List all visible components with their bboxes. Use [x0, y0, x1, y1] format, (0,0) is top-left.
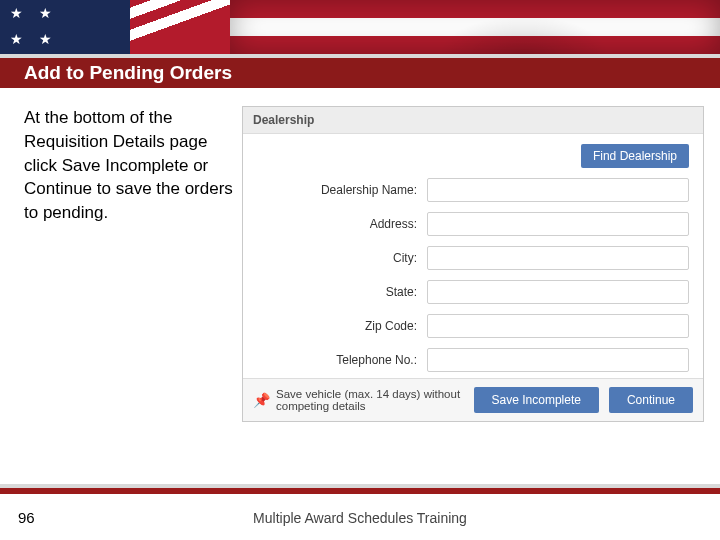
- dealership-panel: Dealership Find Dealership Dealership Na…: [242, 106, 704, 422]
- input-address[interactable]: [427, 212, 689, 236]
- label-address: Address:: [257, 217, 417, 231]
- input-zip[interactable]: [427, 314, 689, 338]
- row-state: State:: [243, 276, 703, 310]
- input-telephone[interactable]: [427, 348, 689, 372]
- input-dealership-name[interactable]: [427, 178, 689, 202]
- dealership-panel-header: Dealership: [243, 107, 703, 134]
- label-city: City:: [257, 251, 417, 265]
- row-city: City:: [243, 242, 703, 276]
- intro-text: At the bottom of the Requisition Details…: [24, 106, 234, 422]
- slide: Add to Pending Orders At the bottom of t…: [0, 0, 720, 540]
- footer-note: 📌 Save vehicle (max. 14 days) without co…: [253, 388, 464, 412]
- slide-title: Add to Pending Orders: [24, 62, 232, 84]
- dealership-panel-footer: 📌 Save vehicle (max. 14 days) without co…: [243, 378, 703, 421]
- slide-footer: 96 Multiple Award Schedules Training: [0, 488, 720, 540]
- flag-banner: [0, 0, 720, 54]
- continue-button[interactable]: Continue: [609, 387, 693, 413]
- save-incomplete-button[interactable]: Save Incomplete: [474, 387, 599, 413]
- row-phone: Telephone No.:: [243, 344, 703, 378]
- label-zip: Zip Code:: [257, 319, 417, 333]
- slide-title-bar: Add to Pending Orders: [0, 54, 720, 88]
- footer-note-text: Save vehicle (max. 14 days) without comp…: [276, 388, 464, 412]
- row-zip: Zip Code:: [243, 310, 703, 344]
- row-address: Address:: [243, 208, 703, 242]
- slide-body: At the bottom of the Requisition Details…: [0, 88, 720, 422]
- label-phone: Telephone No.:: [257, 353, 417, 367]
- row-name: Dealership Name:: [243, 174, 703, 208]
- label-state: State:: [257, 285, 417, 299]
- input-state[interactable]: [427, 280, 689, 304]
- training-label: Multiple Award Schedules Training: [0, 510, 720, 526]
- label-name: Dealership Name:: [257, 183, 417, 197]
- find-dealership-button[interactable]: Find Dealership: [581, 144, 689, 168]
- input-city[interactable]: [427, 246, 689, 270]
- pin-icon: 📌: [253, 392, 270, 408]
- find-row: Find Dealership: [243, 134, 703, 174]
